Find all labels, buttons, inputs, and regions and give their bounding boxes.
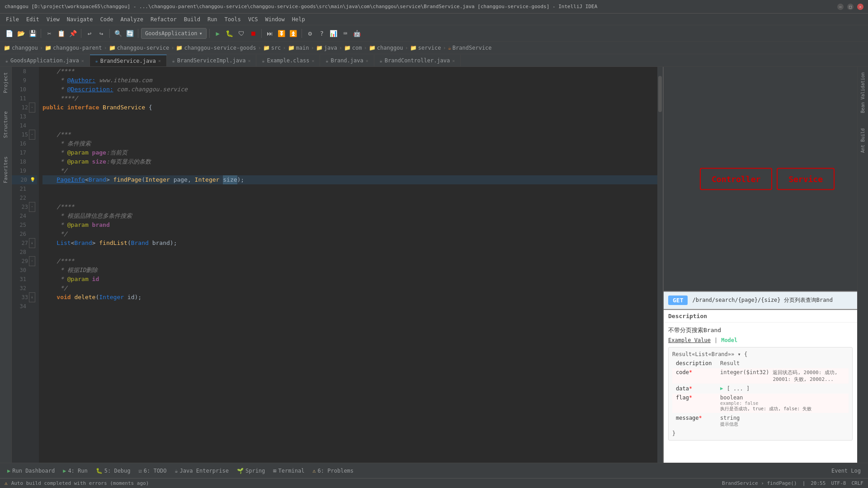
sep7: [302, 29, 302, 38]
run-with-coverage-button[interactable]: 🛡: [236, 28, 247, 39]
redo-button[interactable]: ↪: [96, 28, 107, 39]
code-line-13: [42, 112, 657, 121]
status-position[interactable]: 20:55: [811, 480, 826, 486]
breadcrumb-brandservice[interactable]: ☕ BrandService: [448, 45, 492, 51]
close-brandservice-tab[interactable]: ✕: [158, 58, 161, 63]
agent-button[interactable]: 🤖: [352, 28, 363, 39]
close-button[interactable]: ✕: [857, 4, 863, 10]
tab-brandcontroller[interactable]: ☕ BrandController.java ✕: [374, 55, 461, 66]
tab-brandservice[interactable]: ☕ BrandService.java ✕: [90, 55, 167, 66]
save-button[interactable]: 💾: [27, 28, 38, 39]
menu-run[interactable]: Run: [204, 15, 221, 23]
menu-refactor[interactable]: Refactor: [147, 15, 180, 23]
project-panel-tab[interactable]: Project: [2, 69, 9, 97]
breadcrumb-changgou2[interactable]: 📁 changgou: [369, 45, 403, 51]
breadcrumb-service[interactable]: 📁 service: [410, 45, 441, 51]
app-dropdown[interactable]: GoodsApplication ▾: [141, 28, 207, 39]
service-box[interactable]: Service: [777, 168, 835, 190]
code-line-22: [42, 193, 657, 202]
breadcrumb-main[interactable]: 📁 main: [288, 45, 309, 51]
close-brand-tab[interactable]: ✕: [366, 58, 368, 63]
example-label[interactable]: Example Value: [668, 337, 711, 343]
search-button[interactable]: 🔍: [113, 28, 123, 39]
tab-goodsapplication[interactable]: ☕ GoodsApplication.java ✕: [0, 55, 90, 66]
step-out-button[interactable]: ⏫: [288, 28, 299, 39]
menu-file[interactable]: File: [2, 15, 23, 23]
line-34: 34: [20, 302, 26, 311]
step-over-button[interactable]: ⏭: [264, 28, 275, 39]
editor-scrollbar[interactable]: [657, 67, 663, 463]
run-button[interactable]: ▶: [212, 28, 223, 39]
tab-spring[interactable]: 🌱 Spring: [233, 465, 269, 477]
status-breadcrumb[interactable]: BrandService › findPage(): [722, 480, 797, 486]
minimize-button[interactable]: –: [837, 4, 844, 10]
help-button[interactable]: ?: [316, 28, 327, 39]
tab-event-log[interactable]: Event Log: [828, 465, 864, 477]
stop-button[interactable]: ⏹: [248, 28, 259, 39]
menu-build[interactable]: Build: [180, 15, 204, 23]
code-line-27: List < Brand > findList ( Brand brand);: [42, 239, 657, 248]
tab-exampleclass[interactable]: ☕ Example.class ✕: [256, 55, 320, 66]
spring-label: Spring: [245, 468, 265, 474]
menu-code[interactable]: Code: [97, 15, 117, 23]
close-goodsapplication-tab[interactable]: ✕: [81, 58, 84, 63]
breadcrumb-src[interactable]: 📁 src: [263, 45, 281, 51]
menu-tools[interactable]: Tools: [221, 15, 245, 23]
new-button[interactable]: 📄: [4, 28, 14, 39]
menu-vcs[interactable]: VCS: [245, 15, 262, 23]
tab-terminal[interactable]: ⊞ Terminal: [269, 465, 308, 477]
code-content[interactable]: /**** * @Author: www.itheima.com * @Desc…: [39, 67, 657, 463]
keymap-button[interactable]: ⌨: [340, 28, 351, 39]
paste-button[interactable]: 📌: [67, 28, 78, 39]
menu-edit[interactable]: Edit: [23, 15, 43, 23]
tab-brand[interactable]: ☕ Brand.java ✕: [320, 55, 374, 66]
close-brandserviceimpl-tab[interactable]: ✕: [248, 58, 250, 63]
scroll-thumb[interactable]: [658, 76, 662, 112]
tab-run-dashboard[interactable]: ▶ Run Dashboard: [4, 465, 58, 477]
tab-brandserviceimpl[interactable]: ☕ BrandServiceImpl.java ✕: [167, 55, 257, 66]
right-panel: Controller Service GET /brand/search/{pa…: [663, 67, 857, 463]
step-into-button[interactable]: ⏬: [276, 28, 287, 39]
vtab-ant-build[interactable]: Ant Build: [859, 123, 867, 158]
structure-panel-tab[interactable]: Structure: [2, 108, 9, 142]
breadcrumb-changgou-service-goods[interactable]: 📁 changgou-service-goods: [176, 45, 256, 51]
copy-button[interactable]: 📋: [56, 28, 66, 39]
undo-button[interactable]: ↩: [84, 28, 95, 39]
schema-example-flag: example: false: [720, 401, 811, 406]
menu-help[interactable]: Help: [288, 15, 309, 23]
status-encoding[interactable]: UTF-8: [831, 480, 846, 486]
tab-debug[interactable]: 🐛 5: Debug: [92, 465, 134, 477]
favorites-panel-tab[interactable]: Favorites: [2, 153, 9, 187]
menu-view[interactable]: View: [43, 15, 63, 23]
debug-button[interactable]: 🐛: [224, 28, 235, 39]
schema-expand-data[interactable]: ▶: [720, 385, 723, 391]
menu-navigate[interactable]: Navigate: [63, 15, 97, 23]
tab-run[interactable]: ▶ 4: Run: [59, 465, 91, 477]
breadcrumb-changgou-parent[interactable]: 📁 changgou-parent: [45, 45, 102, 51]
tab-java-enterprise[interactable]: ☕ Java Enterprise: [171, 465, 232, 477]
close-brandcontroller-tab[interactable]: ✕: [452, 58, 455, 63]
code-line-32: */: [42, 284, 657, 293]
tab-problems[interactable]: ⚠ 6: Problems: [309, 465, 357, 477]
code-editor[interactable]: 8 9 10 11 12- 13 14 15- 16 17 18 19 20💡 …: [12, 67, 663, 463]
breadcrumb-changgou-service[interactable]: 📁 changgou-service: [109, 45, 170, 51]
replace-button[interactable]: 🔄: [124, 28, 135, 39]
menu-analyze[interactable]: Analyze: [117, 15, 147, 23]
structure-button[interactable]: 📊: [328, 28, 339, 39]
model-link[interactable]: Model: [721, 337, 737, 343]
settings-button[interactable]: ⚙: [305, 28, 316, 39]
vtab-bean-validation[interactable]: Bean Validation: [859, 67, 867, 118]
menu-window[interactable]: Window: [261, 15, 288, 23]
breadcrumb-java[interactable]: 📁 java: [316, 45, 337, 51]
breadcrumb-changgou[interactable]: 📁 changgou: [4, 45, 38, 51]
status-line-sep[interactable]: CRLF: [852, 480, 864, 486]
tab-todo[interactable]: ☑ 6: TODO: [135, 465, 170, 477]
controller-box[interactable]: Controller: [700, 168, 772, 190]
cut-button[interactable]: ✂: [44, 28, 55, 39]
maximize-button[interactable]: □: [847, 4, 854, 10]
breadcrumb-com[interactable]: 📁 com: [344, 45, 362, 51]
open-button[interactable]: 📂: [15, 28, 26, 39]
close-exampleclass-tab[interactable]: ✕: [311, 58, 314, 63]
api-docs-panel[interactable]: Description 不带分页搜索Brand Example Value | …: [664, 309, 857, 463]
schema-row-description: description Result: [672, 359, 849, 367]
